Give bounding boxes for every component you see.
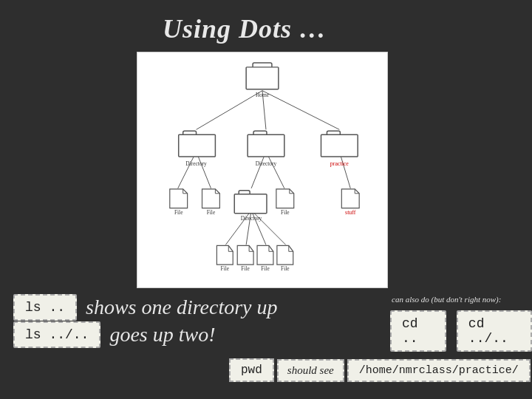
svg-text:Directory: Directory <box>256 160 277 167</box>
diagram-box: Home Directory Directory practice File F… <box>137 52 388 288</box>
can-also-text: can also do (but don't right now): <box>392 294 510 305</box>
svg-text:stuff: stuff <box>345 209 356 216</box>
svg-marker-35 <box>276 189 294 208</box>
ls-dotdot-label: shows one directory up <box>86 296 278 319</box>
svg-line-2 <box>262 91 339 130</box>
svg-text:Directory: Directory <box>241 215 262 222</box>
path-output: /home/nmrclass/practice/ <box>347 359 531 382</box>
ls-dotdot-row: ls .. shows one directory up <box>13 294 278 321</box>
cd-dotdot-command: cd .. <box>390 310 446 352</box>
svg-text:File: File <box>241 265 250 272</box>
svg-text:Directory: Directory <box>185 160 207 167</box>
pwd-command: pwd <box>229 358 274 382</box>
svg-text:File: File <box>221 265 230 272</box>
svg-rect-19 <box>248 134 284 157</box>
ls-dotdotdotdot-row: ls ../.. goes up two! <box>13 321 216 348</box>
svg-text:File: File <box>261 265 270 272</box>
ls-dotdotdotdot-label: goes up two! <box>109 323 215 347</box>
svg-marker-24 <box>170 189 188 208</box>
should-see-label: should see <box>277 359 344 382</box>
svg-marker-28 <box>202 189 220 208</box>
svg-marker-47 <box>237 245 253 265</box>
svg-rect-16 <box>179 134 216 157</box>
slide-title: Using Dots … <box>163 13 327 44</box>
svg-text:File: File <box>174 209 183 216</box>
svg-marker-43 <box>216 245 233 265</box>
ls-dotdotdotdot-command: ls ../.. <box>13 321 100 348</box>
pwd-row: pwd should see /home/nmrclass/practice/ <box>229 358 531 382</box>
svg-marker-39 <box>341 189 359 208</box>
svg-rect-13 <box>246 67 279 89</box>
svg-text:File: File <box>281 209 290 216</box>
svg-rect-22 <box>321 134 358 157</box>
svg-text:File: File <box>281 265 290 272</box>
svg-marker-51 <box>257 245 273 265</box>
svg-rect-33 <box>234 194 267 214</box>
svg-marker-55 <box>277 245 293 265</box>
svg-text:Home: Home <box>256 92 270 98</box>
svg-text:File: File <box>207 209 216 216</box>
cd-dotdotdotdot-command: cd ../.. <box>457 310 532 352</box>
ls-dotdot-command: ls .. <box>13 294 77 321</box>
slide: Using Dots … <box>0 0 532 399</box>
svg-line-0 <box>197 91 262 130</box>
svg-text:practice: practice <box>330 160 349 167</box>
cd-boxes-row: cd .. cd ../.. <box>390 310 532 352</box>
